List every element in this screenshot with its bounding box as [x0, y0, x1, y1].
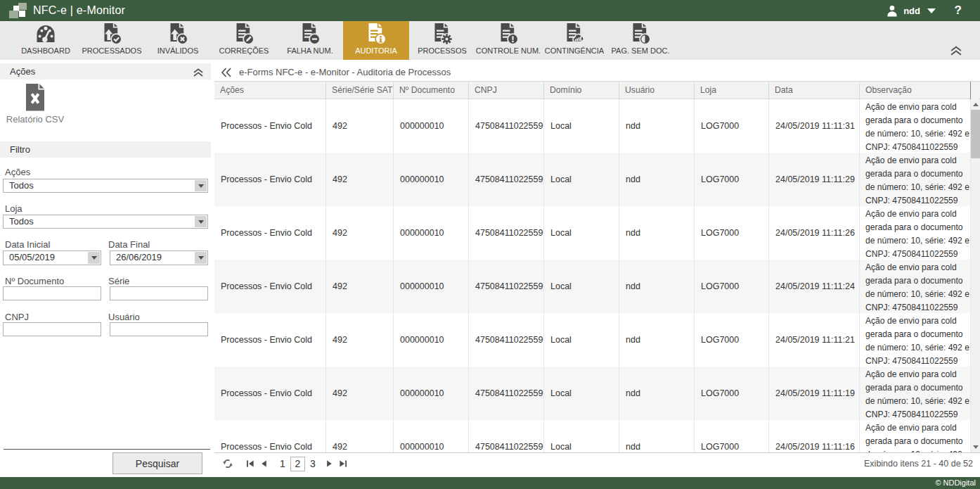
column-header[interactable]: Observação: [860, 82, 971, 99]
table-cell: 492: [326, 99, 394, 153]
app-logo-icon: [7, 1, 28, 20]
data-inicial-input[interactable]: 05/05/2019: [3, 250, 101, 265]
table-cell: Ação de envio para cold gerada para o do…: [860, 206, 971, 260]
table-cell: Local: [544, 153, 619, 206]
table-cell: Ação de envio para cold gerada para o do…: [860, 313, 971, 367]
actions-panel-header: Ações: [0, 63, 211, 80]
serie-input[interactable]: [110, 286, 208, 300]
pager-next-button[interactable]: [323, 458, 335, 469]
table-cell: 24/05/2019 11:11:16: [769, 420, 860, 452]
tab-contingencia[interactable]: CONTINGÊNCIA: [541, 21, 607, 60]
user-menu-caret-icon: [927, 8, 936, 13]
tab-label: FALHA NUM.: [287, 46, 333, 55]
table-cell: Ação de envio para cold gerada para o do…: [860, 367, 971, 420]
table-cell: 492: [326, 260, 394, 313]
tab-label: DASHBOARD: [21, 46, 70, 55]
column-header[interactable]: CNPJ: [469, 82, 544, 99]
table-cell: Processos - Envio Cold: [214, 367, 326, 420]
num-documento-input[interactable]: [3, 286, 101, 300]
scroll-down-arrow-icon[interactable]: [971, 442, 980, 452]
pager-page-3[interactable]: 3: [308, 457, 318, 471]
csv-report-label: Relatório CSV: [0, 114, 70, 125]
sidebar-divider: [4, 449, 210, 450]
doc-minus-icon: [299, 23, 321, 45]
app-window: NFC-e | e-Monitor ndd ? DASHBOARDPROCESS…: [0, 0, 980, 489]
scrollbar-thumb[interactable]: [971, 110, 980, 158]
data-inicial-dropdown-arrow-icon[interactable]: [88, 252, 100, 264]
sidebar-collapse-button[interactable]: [220, 67, 233, 78]
search-button[interactable]: Pesquisar: [112, 452, 202, 474]
column-header[interactable]: Nº Documento: [394, 82, 469, 99]
column-header[interactable]: Loja: [695, 82, 769, 99]
num-documento-label: Nº Documento: [5, 276, 64, 286]
doc-up-x-icon: [167, 23, 188, 45]
tab-invalidos[interactable]: INVÁLIDOS: [145, 21, 211, 60]
csv-report-button[interactable]: Relatório CSV: [0, 84, 70, 125]
data-final-dropdown-arrow-icon[interactable]: [195, 252, 207, 264]
table-cell: LOG7000: [695, 99, 769, 153]
table-cell: ndd: [619, 420, 695, 452]
tab-processos[interactable]: PROCESSOS: [409, 21, 475, 60]
data-final-input[interactable]: 26/06/2019: [110, 250, 208, 265]
table-cell: Ação de envio para cold gerada para o do…: [860, 420, 971, 452]
toolbar-collapse-button[interactable]: [949, 45, 963, 56]
last-page-icon: [338, 459, 348, 469]
help-button[interactable]: ?: [955, 0, 962, 21]
tab-label: PROCESSOS: [418, 46, 467, 55]
tab-label: CORREÇÕES: [219, 46, 269, 55]
acoes-dropdown-arrow-icon[interactable]: [195, 180, 207, 191]
loja-filter-value: Todos: [9, 215, 34, 228]
actions-collapse-button[interactable]: [193, 66, 204, 76]
tab-processados[interactable]: PROCESSADOS: [79, 21, 145, 60]
pager-first-button[interactable]: [245, 458, 256, 469]
column-header[interactable]: Ações: [214, 82, 326, 99]
scroll-up-arrow-icon[interactable]: [971, 99, 980, 110]
table-row[interactable]: Processos - Envio Cold492000000010475084…: [214, 260, 971, 313]
chevron-double-up-icon: [949, 45, 963, 56]
pager-page-1[interactable]: 1: [278, 457, 288, 471]
table-cell: 000000010: [394, 260, 469, 313]
doc-chart-icon: [564, 23, 585, 45]
column-header[interactable]: Domínio: [544, 82, 619, 99]
table-row[interactable]: Processos - Envio Cold492000000010475084…: [214, 99, 971, 153]
table-cell: 24/05/2019 11:11:29: [769, 153, 860, 206]
table-cell: Ação de envio para cold gerada para o do…: [860, 260, 971, 313]
doc-alert-icon: [498, 23, 519, 45]
table-row[interactable]: Processos - Envio Cold492000000010475084…: [214, 313, 971, 367]
footer-bar: © NDDigital: [0, 477, 980, 489]
column-header[interactable]: Série/Série SAT: [326, 82, 394, 99]
tab-falha-num[interactable]: FALHA NUM.: [277, 21, 343, 60]
breadcrumb: e-Forms NFC-e - e-Monitor - Auditoria de…: [239, 63, 451, 82]
acoes-filter-select[interactable]: Todos: [3, 179, 208, 193]
pager-page-2[interactable]: 2: [290, 457, 305, 471]
column-header[interactable]: Data: [769, 82, 860, 99]
column-header[interactable]: Usuário: [619, 82, 695, 99]
table-row[interactable]: Processos - Envio Cold492000000010475084…: [214, 153, 971, 206]
table-row[interactable]: Processos - Envio Cold492000000010475084…: [214, 206, 971, 260]
tab-controle-num[interactable]: CONTROLE NUM.: [475, 21, 541, 60]
table-cell: 47508411022559: [469, 153, 544, 206]
loja-dropdown-arrow-icon[interactable]: [195, 216, 207, 227]
table-cell: LOG7000: [695, 153, 769, 206]
tab-correcoes[interactable]: CORREÇÕES: [211, 21, 277, 60]
pager-pages: 123: [277, 457, 318, 471]
user-menu[interactable]: ndd: [886, 0, 936, 21]
loja-filter-select[interactable]: Todos: [3, 215, 208, 229]
pager-prev-button[interactable]: [259, 458, 270, 469]
cnpj-input[interactable]: [3, 322, 101, 336]
table-row[interactable]: Processos - Envio Cold492000000010475084…: [214, 420, 971, 452]
tab-pag-sem-doc[interactable]: PAG. SEM DOC.: [607, 21, 673, 60]
refresh-icon[interactable]: [222, 458, 233, 469]
tab-label: PAG. SEM DOC.: [612, 46, 670, 55]
usuario-input[interactable]: [110, 322, 208, 336]
table-cell: Processos - Envio Cold: [214, 420, 326, 452]
vertical-scrollbar[interactable]: [971, 99, 980, 452]
tab-auditoria[interactable]: AUDITORIA: [343, 21, 409, 60]
table-cell: Local: [544, 313, 619, 367]
table-row[interactable]: Processos - Envio Cold492000000010475084…: [214, 367, 971, 420]
module-tabs: DASHBOARDPROCESSADOSINVÁLIDOSCORREÇÕESFA…: [13, 21, 673, 60]
next-page-icon: [324, 459, 334, 469]
serie-label: Série: [108, 276, 129, 286]
tab-dashboard[interactable]: DASHBOARD: [13, 21, 79, 60]
pager-last-button[interactable]: [337, 458, 349, 469]
